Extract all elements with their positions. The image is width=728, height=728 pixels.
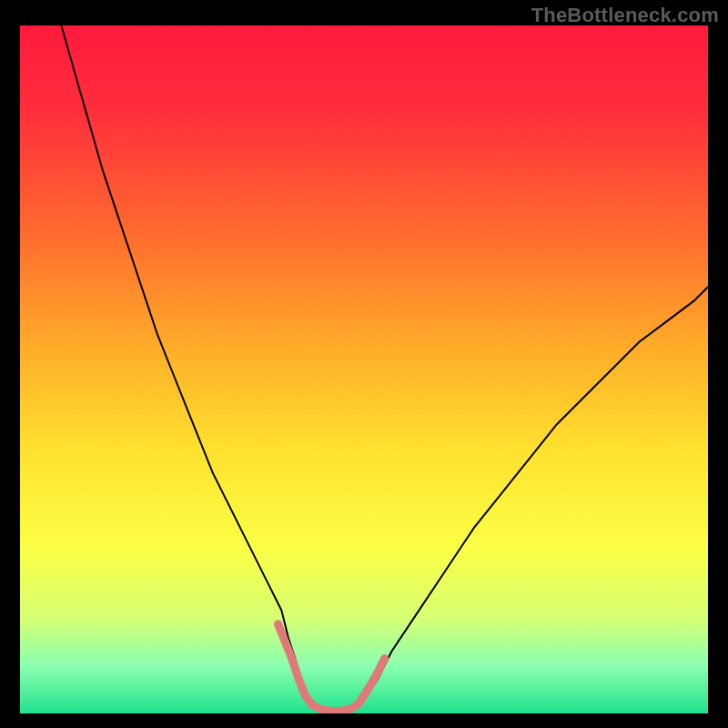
chart-frame: TheBottleneck.com (0, 0, 728, 728)
plot-area (20, 25, 708, 713)
gradient-background (20, 25, 708, 713)
bottleneck-chart (20, 25, 708, 713)
watermark-text: TheBottleneck.com (531, 4, 719, 27)
